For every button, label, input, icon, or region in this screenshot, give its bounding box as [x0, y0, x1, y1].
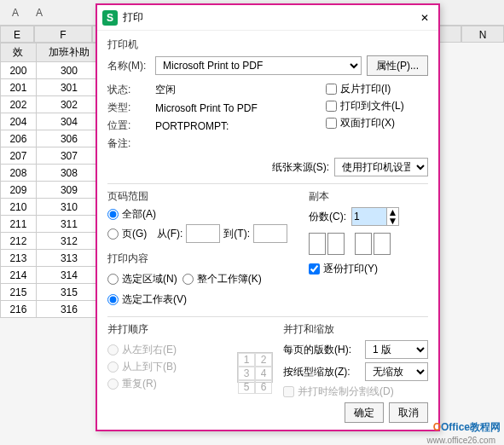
sheet-radio[interactable]: 选定工作表(V): [107, 292, 298, 307]
table-row: 201301: [1, 79, 102, 96]
cancel-button[interactable]: 取消: [389, 402, 428, 423]
content-title: 打印内容: [107, 251, 298, 266]
table-row: 200300: [1, 62, 102, 79]
watermark-url: www.office26.com: [427, 436, 495, 445]
watermark-brand: OOffice教程网: [433, 419, 501, 435]
header-cell[interactable]: 效: [1, 43, 37, 62]
duplex-checkbox[interactable]: 双面打印(X): [326, 116, 428, 130]
status-value: 空闲: [155, 83, 176, 97]
table-row: 211311: [1, 216, 102, 233]
repeat-radio: 重复(R): [107, 377, 232, 391]
all-radio[interactable]: 全部(A): [107, 207, 298, 222]
close-icon[interactable]: ✕: [416, 12, 433, 24]
table-row: 206306: [1, 130, 102, 147]
table-row: 212312: [1, 233, 102, 250]
scale-title: 并打和缩放: [283, 322, 428, 337]
header-cell[interactable]: 加班补助: [36, 43, 101, 62]
drawlines-checkbox: 并打时绘制分割线(D): [283, 384, 428, 399]
comment-label: 备注:: [107, 136, 150, 151]
ok-button[interactable]: 确定: [345, 402, 384, 423]
copies-title: 副本: [309, 189, 428, 204]
perpage-label: 每页的版数(H):: [283, 343, 360, 357]
perpage-select[interactable]: 1 版: [365, 340, 428, 359]
zoom-label: 按纸型缩放(Z):: [283, 365, 360, 379]
table-row: 210310: [1, 199, 102, 216]
order-preview-icon: 123456: [237, 352, 273, 383]
zoom-select[interactable]: 无缩放: [365, 362, 428, 381]
lr-radio: 从左到右(E): [107, 343, 232, 357]
status-label: 状态:: [107, 83, 150, 97]
tofile-checkbox[interactable]: 打印到文件(L): [326, 99, 428, 113]
col-N[interactable]: N: [461, 26, 504, 43]
workbook-radio[interactable]: 整个工作簿(K): [182, 272, 262, 286]
table-row: 209309: [1, 182, 102, 199]
paper-source-select[interactable]: 使用打印机设置: [334, 158, 428, 176]
printer-select[interactable]: Microsoft Print to PDF: [155, 56, 362, 75]
table-row: 204304: [1, 113, 102, 130]
paper-source-label: 纸张来源(S):: [272, 160, 329, 175]
col-E[interactable]: E: [0, 26, 34, 43]
range-title: 页码范围: [107, 189, 298, 204]
order-title: 并打顺序: [107, 322, 273, 337]
dialog-title: 打印: [123, 10, 416, 25]
copies-spinner[interactable]: ▲▼: [351, 207, 399, 226]
from-input[interactable]: [186, 224, 220, 243]
table-row: 202302: [1, 96, 102, 113]
page-radio[interactable]: 页(G) 从(F): 到(T):: [107, 224, 298, 243]
copies-label: 份数(C):: [309, 210, 346, 224]
collate-checkbox[interactable]: 逐份打印(Y): [309, 262, 428, 276]
type-value: Microsoft Print To PDF: [155, 102, 258, 114]
location-value: PORTPROMPT:: [155, 120, 229, 132]
collate-icon: [309, 233, 428, 255]
printer-section-title: 打印机: [107, 38, 428, 52]
col-F[interactable]: F: [34, 26, 92, 43]
table-row: 215315: [1, 284, 102, 301]
type-label: 类型:: [107, 101, 150, 115]
table-row: 207307: [1, 147, 102, 165]
table-row: 216316: [1, 301, 102, 318]
location-label: 位置:: [107, 118, 150, 133]
spreadsheet-grid[interactable]: 效加班补助 200300 201301 202302 204304 206306…: [0, 43, 102, 318]
name-label: 名称(M):: [107, 59, 150, 73]
wps-logo-icon: S: [102, 10, 118, 26]
table-row: 213313: [1, 250, 102, 267]
tb-radio: 从上到下(B): [107, 360, 232, 374]
reverse-checkbox[interactable]: 反片打印(I): [326, 82, 428, 96]
print-dialog: S 打印 ✕ 打印机 名称(M): Microsoft Print to PDF…: [96, 3, 440, 431]
selection-radio[interactable]: 选定区域(N): [107, 272, 177, 286]
table-row: 214314: [1, 267, 102, 284]
properties-button[interactable]: 属性(P)...: [367, 55, 428, 76]
to-input[interactable]: [253, 224, 287, 243]
table-row: 208308: [1, 165, 102, 182]
